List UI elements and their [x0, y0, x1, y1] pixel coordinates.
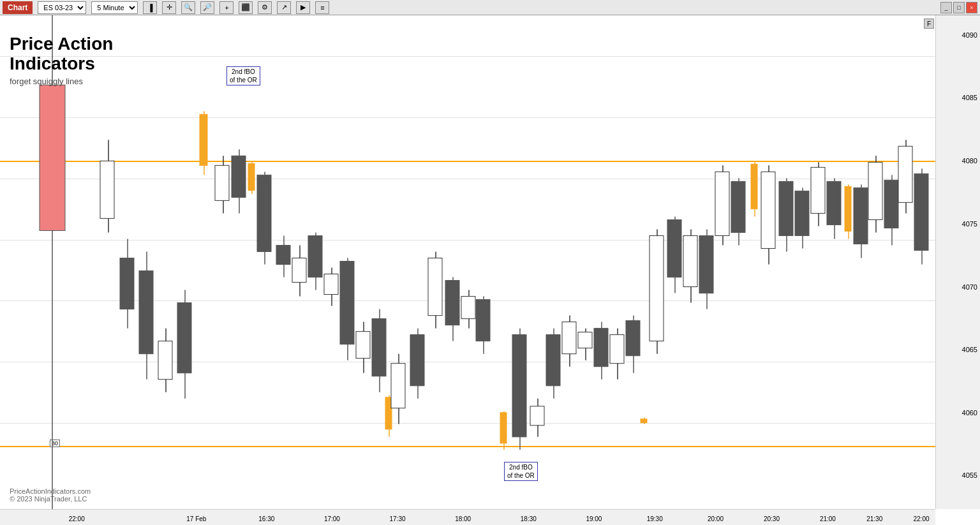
svg-rect-17: [232, 156, 246, 197]
app: Chart ES 03-23 5 Minute ▐ ✛ 🔍 🔎 + ⬛ ⚙ ↗ …: [0, 0, 980, 525]
svg-rect-35: [372, 319, 386, 376]
window-controls: _ □ ×: [940, 2, 977, 13]
crosshair-icon[interactable]: ✛: [162, 1, 176, 14]
svg-rect-25: [292, 258, 306, 282]
svg-rect-95: [845, 186, 851, 231]
price-axis: 4090 4085 4080 4075 4070 4065 4060 4055: [935, 15, 980, 509]
time-2000: 20:00: [708, 515, 724, 522]
maximize-button[interactable]: □: [953, 2, 965, 13]
time-1730: 17:30: [390, 515, 406, 522]
svg-rect-99: [868, 162, 882, 219]
watermark-footer: PriceActionIndicators.com © 2023 NinjaTr…: [10, 487, 91, 503]
price-4085: 4085: [962, 94, 977, 101]
footer-line1: PriceActionIndicators.com: [10, 487, 91, 495]
svg-rect-49: [476, 300, 490, 341]
time-axis: 22:00 17 Feb 16:30 17:00 17:30 18:00 18:…: [0, 509, 935, 525]
svg-rect-65: [610, 335, 624, 364]
chart-area: Price Action Indicators forget squiggly …: [0, 15, 980, 525]
watermark-title: Price Action Indicators: [10, 34, 113, 74]
watermark-line2: Indicators: [10, 54, 113, 74]
time-1800: 18:00: [455, 515, 471, 522]
export-icon[interactable]: ↗: [277, 1, 291, 14]
svg-rect-13: [200, 114, 207, 165]
svg-rect-33: [356, 332, 370, 359]
price-4065: 4065: [962, 346, 977, 353]
bar-chart-icon[interactable]: ▐: [143, 1, 157, 14]
svg-rect-11: [177, 303, 191, 373]
zoom-in-icon[interactable]: 🔍: [181, 1, 195, 14]
svg-rect-77: [699, 235, 713, 293]
svg-rect-89: [795, 191, 809, 235]
svg-rect-63: [594, 329, 608, 367]
svg-rect-75: [683, 235, 697, 286]
svg-rect-69: [641, 419, 647, 423]
svg-rect-97: [854, 188, 868, 244]
svg-rect-19: [248, 163, 255, 190]
time-17feb: 17 Feb: [186, 515, 206, 522]
time-1830: 18:30: [521, 515, 537, 522]
svg-rect-29: [324, 274, 338, 295]
time-1630: 16:30: [258, 515, 274, 522]
price-4075: 4075: [962, 220, 977, 228]
replay-icon[interactable]: ▶: [296, 1, 310, 14]
watermark-line1: Price Action: [10, 34, 113, 54]
svg-rect-47: [461, 297, 475, 319]
price-4090: 4090: [962, 31, 977, 39]
svg-rect-81: [731, 181, 745, 232]
time-2130: 21:30: [866, 515, 882, 522]
time-2030: 20:30: [764, 515, 780, 522]
svg-rect-43: [428, 258, 442, 315]
price-4080: 4080: [962, 157, 977, 165]
title-bar-left: Chart ES 03-23 5 Minute ▐ ✛ 🔍 🔎 + ⬛ ⚙ ↗ …: [3, 1, 329, 14]
svg-rect-45: [445, 281, 459, 325]
svg-rect-1: [40, 85, 65, 230]
svg-rect-61: [578, 332, 592, 348]
time-1930: 19:30: [647, 515, 663, 522]
svg-rect-3: [100, 161, 114, 218]
svg-rect-101: [884, 180, 898, 228]
svg-rect-59: [562, 322, 576, 354]
svg-rect-105: [914, 174, 928, 250]
price-4070: 4070: [962, 283, 977, 291]
time-1700: 17:00: [324, 515, 340, 522]
svg-rect-79: [715, 172, 729, 235]
svg-rect-9: [158, 341, 172, 380]
watermark-subtitle: forget squiggly lines: [10, 77, 113, 86]
close-button[interactable]: ×: [966, 2, 977, 13]
watermark: Price Action Indicators forget squiggly …: [10, 34, 113, 86]
svg-rect-93: [827, 181, 841, 225]
timeframe-selector[interactable]: 5 Minute: [91, 1, 138, 14]
svg-rect-41: [410, 335, 424, 386]
properties-icon[interactable]: ⚙: [258, 1, 272, 14]
svg-rect-85: [761, 172, 775, 248]
instrument-selector[interactable]: ES 03-23: [38, 1, 86, 14]
price-4055: 4055: [962, 471, 977, 479]
zoom-out-icon[interactable]: 🔎: [200, 1, 214, 14]
svg-rect-23: [276, 245, 290, 264]
draw-icon[interactable]: ⬛: [239, 1, 253, 14]
minimize-button[interactable]: _: [940, 2, 952, 13]
svg-rect-51: [500, 413, 507, 443]
title-bar: Chart ES 03-23 5 Minute ▐ ✛ 🔍 🔎 + ⬛ ⚙ ↗ …: [0, 0, 980, 15]
svg-rect-83: [751, 164, 757, 209]
svg-rect-71: [650, 235, 664, 341]
price-4060: 4060: [962, 409, 977, 417]
time-2200: 22:00: [913, 515, 929, 522]
svg-rect-87: [779, 181, 793, 235]
svg-rect-5: [120, 258, 134, 309]
svg-rect-15: [215, 165, 229, 200]
svg-rect-39: [391, 364, 405, 408]
svg-rect-103: [898, 146, 912, 202]
svg-rect-73: [667, 219, 681, 277]
svg-rect-27: [308, 235, 322, 277]
chart-tab[interactable]: Chart: [3, 1, 33, 14]
strategy-icon[interactable]: ≡: [315, 1, 329, 14]
svg-rect-21: [257, 175, 271, 251]
svg-rect-7: [139, 271, 153, 354]
footer-line2: © 2023 NinjaTrader, LLC: [10, 495, 91, 503]
time-2200-prev: 22:00: [69, 515, 85, 522]
svg-rect-57: [546, 335, 560, 386]
time-1900: 19:00: [586, 515, 602, 522]
add-indicator-icon[interactable]: +: [219, 1, 234, 14]
svg-rect-31: [340, 261, 354, 344]
